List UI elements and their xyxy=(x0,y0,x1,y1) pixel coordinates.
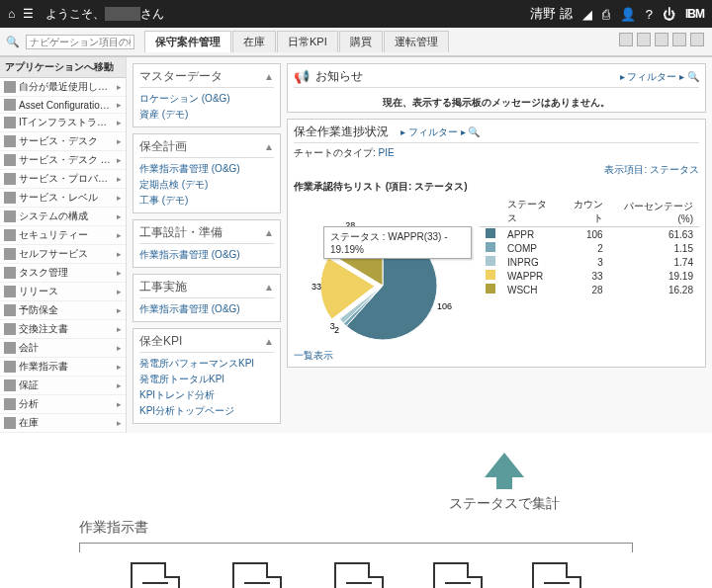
tool-icon-1[interactable] xyxy=(619,33,633,46)
svg-text:3: 3 xyxy=(330,321,335,331)
filter-link[interactable]: ▸ フィルター ▸ 🔍 xyxy=(620,70,699,84)
tool-icon-3[interactable] xyxy=(655,33,668,46)
right-column: 📢 お知らせ ▸ フィルター ▸ 🔍 現在、表示する掲示板のメッセージはありませ… xyxy=(287,63,706,427)
panel-link[interactable]: 作業指示書管理 (O&G) xyxy=(139,301,274,317)
panel-link[interactable]: 発電所パフォーマンスKPI xyxy=(139,356,274,372)
nav-item[interactable]: 作業指示書▸ xyxy=(0,358,126,377)
svg-text:106: 106 xyxy=(437,301,452,311)
panel-link[interactable]: KPIトレンド分析 xyxy=(139,387,274,403)
nav-item[interactable]: 交換注文書▸ xyxy=(0,320,126,339)
tab-operation[interactable]: 運転管理 xyxy=(384,31,449,52)
tool-icon-2[interactable] xyxy=(637,33,651,46)
chevron-right-icon: ▸ xyxy=(117,324,122,334)
collapse-icon[interactable]: ▲ xyxy=(264,227,274,238)
logout-icon[interactable]: ⏻ xyxy=(663,7,675,22)
display-item-link[interactable]: ステータス xyxy=(650,164,699,175)
nav-icon xyxy=(4,342,16,354)
nav-item[interactable]: 在庫▸ xyxy=(0,414,126,433)
panel-link[interactable]: ロケーション (O&G) xyxy=(139,91,274,107)
nav-item[interactable]: サービス・レベル▸ xyxy=(0,189,126,208)
chevron-right-icon: ▸ xyxy=(117,343,122,353)
collapse-icon[interactable]: ▲ xyxy=(264,71,274,82)
collapse-icon[interactable]: ▲ xyxy=(264,282,274,293)
home-icon[interactable]: ⌂ xyxy=(8,7,15,21)
reports-icon[interactable]: ⎙ xyxy=(602,7,610,22)
tool-icon-5[interactable] xyxy=(690,33,704,46)
legend-row[interactable]: WAPPR3319.19 xyxy=(480,269,699,283)
app-body: アプリケーションへ移動 自分が最近使用したアプ…▸Asset Configura… xyxy=(0,56,712,433)
panel-link[interactable]: 作業指示書管理 (O&G) xyxy=(139,161,274,177)
panel-link[interactable]: 発電所トータルKPI xyxy=(139,372,274,387)
nav-item[interactable]: ITインフラストラクチャー▸ xyxy=(0,114,126,132)
chart-tooltip: ステータス : WAPPR(33) - 19.19% xyxy=(323,226,472,259)
menu-icon[interactable]: ☰ xyxy=(23,7,34,21)
chevron-right-icon: ▸ xyxy=(117,362,122,372)
document-icon xyxy=(131,562,180,588)
panel-link[interactable]: KPI分析トップページ xyxy=(139,403,274,419)
chevron-right-icon: ▸ xyxy=(117,268,122,278)
help-icon[interactable]: ? xyxy=(646,7,653,22)
nav-icon xyxy=(4,210,16,222)
bulletin-icon[interactable]: ◢ xyxy=(582,7,592,22)
collapse-icon[interactable]: ▲ xyxy=(264,336,274,347)
panel-link[interactable]: 資産 (デモ) xyxy=(139,107,274,123)
username[interactable]: 清野 認 xyxy=(530,5,573,23)
workflow-flow: 予定承認待ち承認済進行中完了 xyxy=(30,562,682,588)
nav-item[interactable]: 分析▸ xyxy=(0,395,126,414)
nav-item[interactable]: 予防保全▸ xyxy=(0,301,126,320)
nav-item[interactable]: Asset Configuration Ma…▸ xyxy=(0,97,126,114)
panel-kpi: 保全KPI▲ 発電所パフォーマンスKPI発電所トータルKPIKPIトレンド分析K… xyxy=(133,328,281,424)
chevron-right-icon: ▸ xyxy=(117,118,122,127)
tab-daily-kpi[interactable]: 日常KPI xyxy=(277,31,338,52)
nav-icon xyxy=(4,398,16,410)
legend-row[interactable]: COMP21.15 xyxy=(480,241,699,255)
nav-icon xyxy=(4,117,16,128)
document-icon xyxy=(232,562,282,588)
chevron-right-icon: ▸ xyxy=(117,380,122,390)
nav-icon xyxy=(4,248,16,260)
panel-link[interactable]: 作業指示書管理 (O&G) xyxy=(139,247,274,263)
tab-inventory[interactable]: 在庫 xyxy=(232,31,276,52)
nav-sidebar: アプリケーションへ移動 自分が最近使用したアプ…▸Asset Configura… xyxy=(0,57,127,433)
chart-legend: ステータス カウント パーセンテージ (%) APPR10661.63COMP2… xyxy=(480,197,699,345)
nav-item[interactable]: サービス・デスク▸ xyxy=(0,132,126,151)
chart-meta: チャートのタイプ: PIE xyxy=(294,146,699,160)
nav-item[interactable]: システムの構成▸ xyxy=(0,208,126,226)
nav-item[interactable]: 会計▸ xyxy=(0,339,126,358)
chevron-right-icon: ▸ xyxy=(117,82,122,92)
nav-item[interactable]: リリース▸ xyxy=(0,283,126,301)
nav-item[interactable]: サービス・デスク (O&G)▸ xyxy=(0,151,126,170)
pie-chart[interactable]: 106233328 ステータス : WAPPR(33) - 19.19% xyxy=(294,197,472,345)
flow-step: 完了 xyxy=(532,562,581,588)
search-row: 🔍 保守案件管理 在庫 日常KPI 購買 運転管理 xyxy=(0,28,712,56)
panel-link[interactable]: 定期点検 (デモ) xyxy=(139,177,274,193)
flow-step: 承認済 xyxy=(334,562,384,588)
nav-item[interactable]: セルフサービス▸ xyxy=(0,245,126,264)
chart-type-link[interactable]: PIE xyxy=(379,147,395,158)
collapse-icon[interactable]: ▲ xyxy=(264,141,274,152)
nav-search-input[interactable] xyxy=(26,35,134,49)
nav-icon xyxy=(4,229,16,241)
nav-item[interactable]: サービス・プロバイダー▸ xyxy=(0,170,126,189)
nav-item[interactable]: 保証▸ xyxy=(0,377,126,395)
tool-icon-4[interactable] xyxy=(672,33,686,46)
panel-link[interactable]: 工事 (デモ) xyxy=(139,193,274,209)
filter-link[interactable]: ▸ フィルター ▸ 🔍 xyxy=(400,126,480,139)
top-bar: ⌂ ☰ ようこそ、 さん 清野 認 ◢ ⎙ 👤 ? ⏻ IBM xyxy=(0,0,712,28)
nav-item[interactable]: タスク管理▸ xyxy=(0,264,126,283)
legend-row[interactable]: APPR10661.63 xyxy=(480,227,699,242)
profile-icon[interactable]: 👤 xyxy=(620,7,636,22)
tab-maintenance[interactable]: 保守案件管理 xyxy=(144,31,231,52)
chart-panel: 保全作業進捗状況 ▸ フィルター ▸ 🔍 チャートのタイプ: PIE 表示項目:… xyxy=(287,119,706,368)
nav-item[interactable]: セキュリティー▸ xyxy=(0,226,126,245)
nav-header: アプリケーションへ移動 xyxy=(0,57,126,78)
nav-item[interactable]: 自分が最近使用したアプ…▸ xyxy=(0,78,126,97)
list-view-link[interactable]: 一覧表示 xyxy=(294,349,699,363)
ibm-logo: IBM xyxy=(685,7,704,21)
chevron-right-icon: ▸ xyxy=(117,211,122,221)
legend-row[interactable]: INPRG31.74 xyxy=(480,255,699,269)
legend-row[interactable]: WSCH2816.28 xyxy=(480,283,699,296)
nav-icon xyxy=(4,267,16,279)
nav-icon xyxy=(4,286,16,297)
tab-purchase[interactable]: 購買 xyxy=(339,31,383,52)
